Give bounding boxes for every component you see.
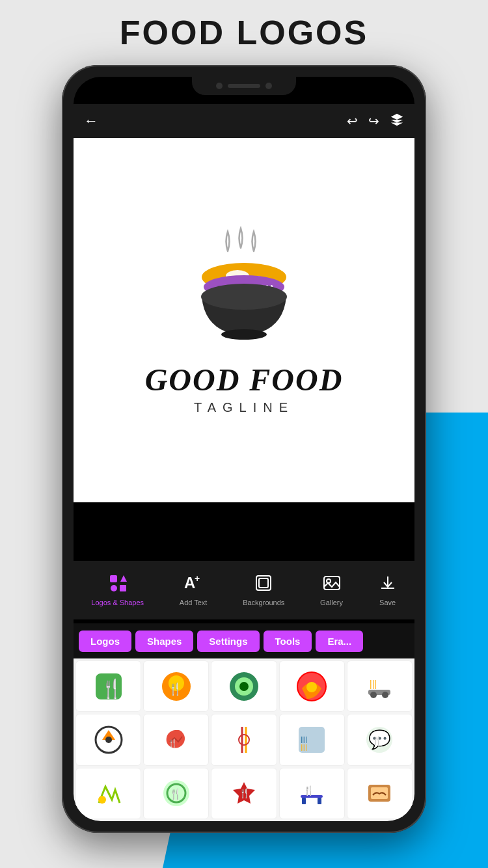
canvas-area: GOOD FOOD TAGLINE (74, 138, 414, 502)
svg-rect-12 (110, 575, 117, 582)
logo-main-text: GOOD FOOD (145, 362, 344, 398)
svg-text:+: + (195, 574, 200, 584)
logo-item-7[interactable]: 🍴 (143, 714, 209, 765)
svg-point-9 (201, 284, 287, 310)
category-tabs: Logos Shapes Settings Tools Era... (74, 623, 414, 658)
bottom-toolbar: Logos & Shapes A + Add Text (74, 561, 414, 619)
logo-item-15[interactable] (347, 768, 413, 819)
logos-shapes-label: Logos & Shapes (91, 599, 144, 606)
svg-text:||||: |||| (301, 744, 307, 751)
svg-point-33 (370, 692, 377, 698)
svg-marker-13 (120, 575, 127, 582)
notch-camera (216, 83, 223, 89)
svg-text:||||: |||| (301, 736, 307, 743)
logo-display: GOOD FOOD TAGLINE (132, 212, 357, 428)
toolbar-logos-shapes[interactable]: Logos & Shapes (91, 574, 144, 606)
tab-tools[interactable]: Tools (264, 631, 312, 652)
svg-point-31 (306, 682, 317, 692)
logo-item-11[interactable] (75, 768, 141, 819)
logo-item-2[interactable]: 🍴 (143, 660, 209, 712)
layers-button[interactable] (390, 113, 404, 130)
svg-rect-11 (231, 332, 257, 336)
header-actions: ↩ ↪ (347, 113, 404, 130)
phone-frame: ← ↩ ↪ (62, 65, 426, 833)
app-header: ← ↩ ↪ (74, 104, 414, 138)
notch-speaker (228, 84, 260, 88)
svg-text:🍴: 🍴 (239, 788, 251, 799)
logo-item-5[interactable]: ||| (347, 660, 413, 712)
toolbar-backgrounds[interactable]: Backgrounds (243, 574, 284, 606)
svg-rect-19 (259, 578, 268, 588)
logos-shapes-icon (109, 574, 127, 596)
backgrounds-label: Backgrounds (243, 599, 284, 606)
tab-logos[interactable]: Logos (79, 631, 131, 652)
logo-grid: 🍴 🍴 (74, 658, 414, 821)
page-title: FOOD LOGOS (0, 13, 488, 52)
logo-item-8[interactable] (211, 714, 277, 765)
tab-shapes[interactable]: Shapes (135, 631, 193, 652)
redo-button[interactable]: ↪ (368, 113, 379, 129)
save-label: Save (379, 599, 396, 606)
svg-point-34 (382, 692, 388, 698)
add-text-label: Add Text (180, 599, 208, 606)
toolbar-save[interactable]: Save (379, 574, 397, 606)
svg-rect-55 (302, 798, 306, 804)
svg-text:|||: ||| (370, 679, 377, 689)
svg-text:A: A (184, 574, 195, 591)
logo-item-1[interactable]: 🍴 (75, 660, 141, 712)
svg-point-41 (239, 735, 249, 745)
logo-sub-text: TAGLINE (194, 400, 294, 415)
svg-text:🍴: 🍴 (169, 788, 182, 800)
svg-text:🍴: 🍴 (100, 678, 123, 699)
logo-item-9[interactable]: |||| |||| (279, 714, 345, 765)
svg-text:🍴: 🍴 (168, 738, 178, 748)
logo-item-13[interactable]: 🍴 (211, 768, 277, 819)
svg-point-21 (327, 579, 331, 583)
gallery-icon (323, 574, 341, 596)
notch-camera-2 (265, 83, 272, 89)
logo-item-6[interactable] (75, 714, 141, 765)
backgrounds-icon (254, 574, 273, 596)
gallery-label: Gallery (320, 599, 343, 606)
svg-point-37 (105, 737, 112, 743)
tab-settings[interactable]: Settings (197, 631, 259, 652)
svg-point-48 (98, 796, 106, 804)
bowl-logo-svg (172, 225, 316, 355)
back-button[interactable]: ← (84, 113, 98, 129)
toolbar-gallery[interactable]: Gallery (320, 574, 343, 606)
svg-rect-56 (318, 798, 321, 804)
add-text-icon: A + (184, 574, 202, 596)
svg-point-14 (111, 585, 117, 591)
logo-item-12[interactable]: 🍴 (143, 768, 209, 819)
undo-button[interactable]: ↩ (347, 113, 358, 129)
logo-item-4[interactable] (279, 660, 345, 712)
phone-notch (192, 77, 296, 95)
svg-text:🍴: 🍴 (168, 682, 183, 696)
logo-item-10[interactable]: 💬 🍴 (347, 714, 413, 765)
logo-item-3[interactable] (211, 660, 277, 712)
toolbar-add-text[interactable]: A + Add Text (180, 574, 208, 606)
svg-text:🍴: 🍴 (303, 785, 315, 796)
svg-text:🍴: 🍴 (372, 735, 382, 745)
logo-item-14[interactable]: 🍴 (279, 768, 345, 819)
svg-rect-15 (120, 585, 126, 591)
save-icon (379, 574, 397, 596)
svg-point-29 (239, 682, 249, 691)
tab-erase[interactable]: Era... (316, 631, 363, 652)
